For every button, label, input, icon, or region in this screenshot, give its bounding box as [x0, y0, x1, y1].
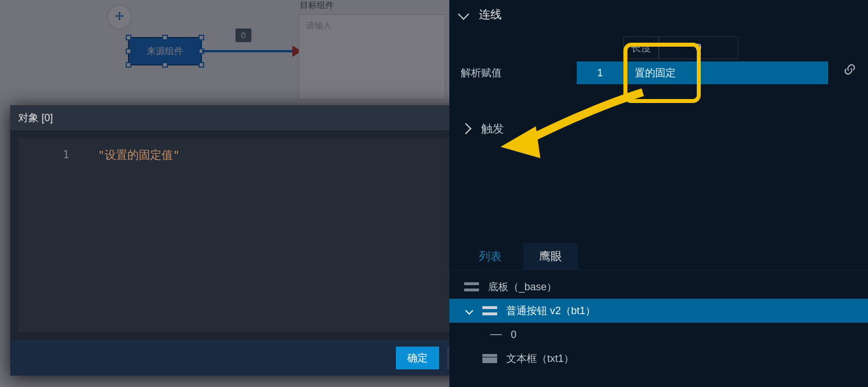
textbox-icon — [482, 354, 497, 363]
tree-item-child-0[interactable]: 0 — [449, 323, 868, 347]
length-header-cell: 长度 — [623, 36, 659, 59]
line-number: 1 — [18, 147, 98, 163]
node-label: 来源组件 — [147, 46, 183, 57]
move-handle-icon[interactable] — [108, 6, 131, 28]
component-tree-panel: 列表 鹰眼 底板（_base） 普通按钮 v2（bt1） 0 文本框（txt1） — [449, 242, 868, 387]
target-component-section: 目标组件 请输入 — [299, 0, 447, 100]
trigger-label: 触发 — [481, 121, 504, 137]
target-component-input[interactable]: 请输入 — [299, 14, 445, 100]
parse-assign-label: 解析赋值 — [461, 66, 577, 80]
connection-line[interactable] — [202, 50, 293, 52]
code-editor[interactable]: 1 "设置的固定值" — [18, 138, 493, 332]
ok-button[interactable]: 确定 — [396, 347, 439, 369]
connection-badge[interactable]: 0 — [235, 28, 251, 42]
button-icon — [482, 306, 497, 315]
row-index-cell[interactable]: 1 — [577, 61, 623, 84]
tree-item-base[interactable]: 底板（_base） — [449, 275, 868, 299]
length-value-cell[interactable]: 0 — [659, 36, 738, 59]
tab-eagle-eye[interactable]: 鹰眼 — [523, 243, 578, 270]
tab-list[interactable]: 列表 — [463, 243, 518, 270]
chevron-down-icon — [464, 306, 474, 316]
code-string-literal: "设置的固定值" — [98, 148, 180, 162]
line-icon — [490, 334, 502, 335]
chevron-right-icon — [460, 123, 472, 134]
row-value-cell[interactable]: 置的固定 — [623, 61, 828, 84]
link-icon[interactable] — [843, 63, 858, 77]
dialog-title: 对象 [0] — [18, 111, 53, 125]
tree-item-bt1[interactable]: 普通按钮 v2（bt1） — [449, 299, 868, 323]
object-editor-dialog: 对象 [0] 1 "设置的固定值" 确定 取消 — [10, 105, 501, 376]
section-title: 连线 — [479, 7, 502, 22]
connection-section-header[interactable]: 连线 — [449, 0, 868, 28]
tree-item-txt1[interactable]: 文本框（txt1） — [449, 347, 868, 370]
trigger-section-header[interactable]: 触发 — [449, 115, 868, 142]
target-section-title: 目标组件 — [299, 0, 447, 11]
source-component-node[interactable]: 来源组件 — [128, 37, 202, 65]
chevron-down-icon — [458, 9, 469, 20]
panel-icon — [464, 282, 479, 291]
